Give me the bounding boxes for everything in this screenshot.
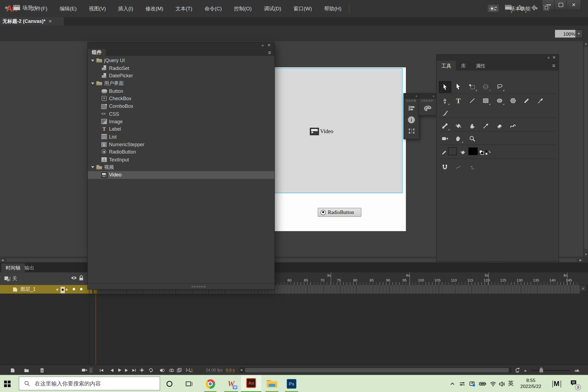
menu-item[interactable]: 插入(I) bbox=[112, 0, 139, 17]
close-panel-icon[interactable]: ✕ bbox=[552, 55, 556, 60]
camera-tool-icon[interactable] bbox=[439, 133, 451, 144]
stroke-color-swatch[interactable] bbox=[448, 148, 457, 155]
layer-visibility-dot[interactable] bbox=[73, 288, 75, 290]
menu-item[interactable]: 窗口(W) bbox=[287, 0, 318, 17]
snap-magnet-toggle-icon[interactable] bbox=[439, 162, 451, 172]
tree-item-RadioSet[interactable]: RadioSet bbox=[88, 64, 275, 72]
frame-rate-value[interactable]: 24.00 fps bbox=[206, 367, 223, 372]
video-placeholder[interactable] bbox=[274, 68, 402, 193]
frame-size-slider-track[interactable] bbox=[531, 370, 570, 371]
tree-folder-用户界面[interactable]: 用户界面 bbox=[88, 79, 275, 87]
timeline-grip[interactable] bbox=[90, 367, 93, 373]
hand-tool-icon[interactable] bbox=[452, 133, 464, 144]
disclosure-triangle-icon[interactable] bbox=[91, 59, 94, 62]
menu-item[interactable]: 调试(D) bbox=[258, 0, 287, 17]
modify-markers-icon[interactable] bbox=[185, 367, 192, 373]
layer-name[interactable]: 图层_1 bbox=[20, 286, 36, 293]
video-component-instance[interactable]: Video bbox=[310, 128, 333, 135]
eraser-tool-icon[interactable] bbox=[494, 121, 505, 131]
visibility-column-icon[interactable] bbox=[71, 276, 77, 280]
menu-item[interactable]: 视图(V) bbox=[83, 0, 112, 17]
tree-item-TextInput[interactable]: TextInput bbox=[88, 156, 275, 163]
clip-content-icon[interactable] bbox=[543, 5, 550, 11]
disclosure-triangle-icon[interactable] bbox=[91, 166, 94, 169]
tree-folder-视频[interactable]: 视频 bbox=[88, 163, 275, 171]
cortana-icon[interactable] bbox=[164, 379, 175, 389]
menu-item[interactable]: 编辑(E) bbox=[53, 0, 83, 17]
input-language[interactable]: 英 bbox=[508, 380, 514, 387]
swatches-palette-icon[interactable] bbox=[419, 103, 436, 114]
search-input[interactable] bbox=[34, 380, 138, 387]
tree-item-CSS[interactable]: CSS bbox=[88, 110, 275, 118]
tree-item-ComboBox[interactable]: ComboBox bbox=[88, 102, 275, 110]
width-tool-icon[interactable] bbox=[507, 121, 519, 131]
vscroll-thumb[interactable] bbox=[584, 47, 588, 249]
menu-item[interactable]: 修改(M) bbox=[139, 0, 170, 17]
scroll-right-icon[interactable]: ▶ bbox=[578, 258, 583, 263]
enlarge-frames-icon[interactable] bbox=[572, 367, 581, 373]
smooth-option-icon[interactable] bbox=[452, 162, 464, 172]
scroll-down-icon[interactable]: ▼ bbox=[584, 252, 588, 257]
maximize-button[interactable] bbox=[554, 0, 567, 10]
free-transform-tool-icon[interactable] bbox=[466, 81, 478, 92]
swap-colors-icon[interactable] bbox=[485, 147, 491, 158]
wps-icon[interactable]: WW bbox=[226, 379, 237, 389]
strip-grip[interactable] bbox=[422, 100, 433, 102]
scroll-up-icon[interactable]: ▲ bbox=[584, 41, 588, 46]
tab-library[interactable]: 库 bbox=[456, 61, 471, 71]
info-icon[interactable]: i bbox=[404, 114, 419, 125]
eyedropper-tool-icon[interactable] bbox=[480, 121, 491, 131]
step-forward-icon[interactable] bbox=[123, 367, 130, 373]
strip-grip[interactable] bbox=[407, 100, 416, 102]
go-last-icon[interactable] bbox=[130, 367, 138, 373]
chrome-icon[interactable] bbox=[205, 379, 216, 389]
radiobutton-component-instance[interactable]: RadioButton bbox=[318, 208, 362, 217]
menu-item[interactable]: 帮助(H) bbox=[318, 0, 348, 17]
onion-end-handle-icon[interactable]: ▶ bbox=[66, 287, 68, 291]
scene-name[interactable]: 场景 1 bbox=[23, 0, 37, 16]
onion-skin-icon[interactable] bbox=[158, 367, 166, 373]
file-explorer-icon[interactable] bbox=[267, 379, 277, 389]
play-icon[interactable] bbox=[116, 367, 123, 373]
paint-bucket-tool-icon[interactable] bbox=[452, 121, 464, 131]
collapse-panel-icon[interactable]: « bbox=[262, 43, 264, 48]
document-tab[interactable]: 无标题-2 (Canvas)* ✕ bbox=[0, 17, 64, 26]
step-back-icon[interactable] bbox=[108, 367, 116, 373]
volume-icon[interactable] bbox=[497, 379, 507, 389]
reset-timeline-zoom-icon[interactable] bbox=[513, 367, 521, 373]
ink-bottle-tool-icon[interactable] bbox=[466, 121, 478, 131]
close-panel-icon[interactable]: ✕ bbox=[267, 43, 271, 48]
straighten-option-icon[interactable] bbox=[466, 162, 478, 172]
close-button[interactable]: ✕ bbox=[566, 0, 581, 10]
classic-brush-tool-icon[interactable] bbox=[439, 108, 451, 118]
zoom-dropdown-icon[interactable]: ▼ bbox=[575, 29, 583, 38]
transform-icon[interactable] bbox=[404, 125, 419, 137]
fill-color-swatch[interactable] bbox=[468, 148, 478, 155]
tab-tools[interactable]: 工具 bbox=[437, 61, 456, 71]
tree-item-Button[interactable]: Button bbox=[88, 87, 275, 95]
back-icon[interactable] bbox=[4, 5, 10, 11]
oval-tool-icon[interactable] bbox=[494, 95, 505, 106]
disclosure-triangle-icon[interactable] bbox=[91, 82, 94, 84]
layer-lock-dot[interactable] bbox=[80, 288, 82, 290]
polystar-tool-icon[interactable] bbox=[507, 95, 519, 106]
tree-item-Video[interactable]: Video bbox=[88, 171, 275, 179]
mi-logo-icon[interactable]: M bbox=[551, 379, 562, 389]
tab-properties[interactable]: 属性 bbox=[471, 61, 491, 71]
document-close-icon[interactable]: ✕ bbox=[48, 19, 52, 24]
scroll-left-icon[interactable]: ◀ bbox=[240, 367, 242, 373]
menu-item[interactable]: 命令(C) bbox=[198, 0, 228, 17]
center-frame-icon[interactable] bbox=[138, 367, 145, 373]
line-tool-icon[interactable] bbox=[466, 95, 478, 106]
frame-size-slider-thumb[interactable] bbox=[540, 367, 543, 373]
start-button[interactable] bbox=[4, 381, 11, 387]
rotation-3d-tool-icon[interactable] bbox=[480, 81, 491, 92]
menu-item[interactable]: 控制(O) bbox=[228, 0, 258, 17]
black-white-swatch-icon[interactable] bbox=[478, 147, 485, 158]
center-stage-icon[interactable] bbox=[531, 5, 537, 11]
components-panel-resize-grip[interactable] bbox=[88, 283, 275, 289]
new-folder-icon[interactable] bbox=[23, 367, 30, 373]
task-view-icon[interactable] bbox=[184, 379, 194, 389]
loop-icon[interactable] bbox=[147, 367, 154, 373]
expand-panel-icon[interactable]: » bbox=[404, 94, 419, 99]
